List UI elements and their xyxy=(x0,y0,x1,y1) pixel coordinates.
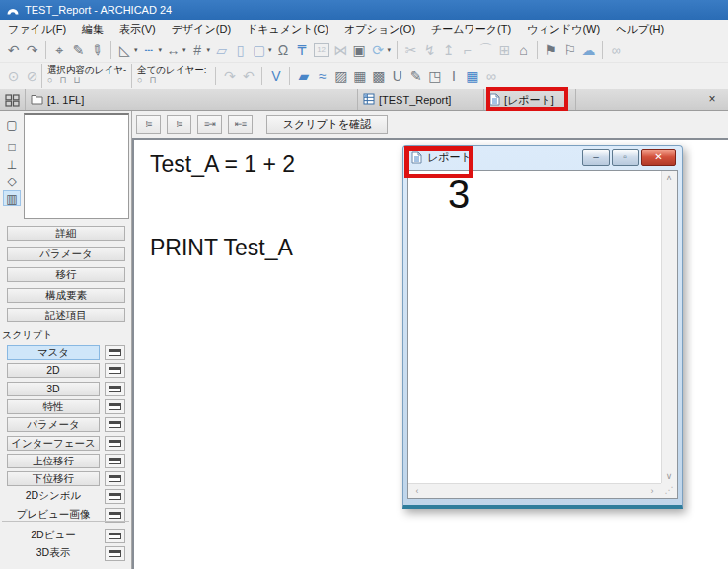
window-icon-button[interactable] xyxy=(105,399,125,414)
group-icon[interactable]: ∞ xyxy=(607,39,625,61)
script-row-8[interactable]: 2Dシンボル xyxy=(7,489,100,504)
sidebar-button-1[interactable]: パラメータ xyxy=(7,247,125,261)
layer-show-icon[interactable]: ○ xyxy=(47,75,52,86)
dropdown-arrow-icon[interactable]: ▾ xyxy=(134,46,138,54)
symbol-view-icon[interactable]: ▢ xyxy=(3,117,21,133)
section-view-icon[interactable]: ⊥ xyxy=(3,157,21,173)
beam-icon[interactable]: I xyxy=(444,65,463,87)
home-icon[interactable]: ⌂ xyxy=(514,39,533,61)
preview-pane[interactable] xyxy=(24,113,129,219)
menu-item-4[interactable]: ドキュメント(C) xyxy=(239,20,336,38)
window-icon-button[interactable] xyxy=(105,529,125,543)
dropdown-arrow-icon[interactable]: ▾ xyxy=(182,46,186,54)
brush-icon[interactable]: ✎ xyxy=(406,65,425,87)
cloud-save-icon[interactable]: ☁ xyxy=(579,39,598,61)
unique-parameters-button[interactable]: !≡ xyxy=(136,115,161,134)
tab-floor-plan[interactable]: [1. 1FL] xyxy=(26,89,358,110)
grid-snap-icon[interactable]: # xyxy=(188,39,207,61)
menu-item-5[interactable]: オプション(O) xyxy=(336,20,423,38)
tab-report[interactable]: [レポート] xyxy=(484,89,576,110)
undo-icon[interactable]: ↶ xyxy=(4,39,23,61)
window-icon-button[interactable] xyxy=(105,345,125,360)
stretch-marquee-icon[interactable]: ▣ xyxy=(350,39,369,61)
dropdown-arrow-icon[interactable]: ▾ xyxy=(207,46,211,54)
sidebar-button-2[interactable]: 移行 xyxy=(7,267,125,282)
sidebar-button-0[interactable]: 詳細 xyxy=(7,226,125,241)
sidebar-button-3[interactable]: 構成要素 xyxy=(7,288,125,303)
undo-small-icon[interactable]: ↶ xyxy=(239,65,257,87)
fillet-icon[interactable]: ⌒ xyxy=(476,39,495,61)
script-row-11[interactable]: 3D表示 xyxy=(7,546,100,561)
window-icon-button[interactable] xyxy=(105,363,125,378)
menu-item-6[interactable]: チームワーク(T) xyxy=(423,20,519,38)
minimize-button[interactable]: – xyxy=(582,149,610,166)
all-parameters-button[interactable]: !≡ xyxy=(167,115,191,134)
layer-lock-icon[interactable]: ⊓ xyxy=(59,75,66,86)
schedule-12-icon[interactable]: 12 xyxy=(314,43,329,57)
tab-overview-grid-icon[interactable] xyxy=(0,89,26,110)
hatch-icon[interactable]: ▨ xyxy=(331,65,350,87)
indent-right-button[interactable]: ≡⇥ xyxy=(197,115,222,134)
pick-up-parameters-icon[interactable]: ⌖ xyxy=(50,39,69,61)
wall-tool-icon[interactable]: ▰ xyxy=(294,65,313,87)
layer-settings-icon[interactable]: V xyxy=(266,65,285,87)
hatch-dense-icon[interactable]: ▩ xyxy=(369,65,388,87)
sidebar-button-4[interactable]: 記述項目 xyxy=(7,308,125,322)
tab-test-report[interactable]: [TEST_Report] xyxy=(358,89,484,110)
rotate-icon[interactable]: ⟳ xyxy=(369,39,388,61)
crane-icon[interactable]: ₸ xyxy=(293,39,312,61)
layer-show-icon[interactable]: ○ xyxy=(137,75,142,86)
redo-icon[interactable]: ↷ xyxy=(23,39,41,61)
menu-item-3[interactable]: デザイン(D) xyxy=(164,20,239,38)
script-row-6[interactable]: 上位移行 xyxy=(7,454,100,468)
brick-icon[interactable]: ▦ xyxy=(350,65,369,87)
suspend-groups-icon[interactable]: Ω xyxy=(274,39,293,61)
tabbar-close-icon[interactable]: × xyxy=(704,92,720,106)
chain-icon[interactable]: ∞ xyxy=(481,65,500,87)
indent-left-button[interactable]: ⇤≡ xyxy=(228,115,253,134)
flag-icon[interactable]: ⚑ xyxy=(542,39,560,61)
marquee-icon[interactable]: ▢ xyxy=(250,39,268,61)
table-icon[interactable]: ▦ xyxy=(463,65,481,87)
adjust-icon[interactable]: ↯ xyxy=(420,39,439,61)
script-row-5[interactable]: インターフェース xyxy=(7,436,100,451)
script-row-4[interactable]: パラメータ xyxy=(7,417,100,432)
skew-vertical-icon[interactable]: ▯ xyxy=(231,39,250,61)
vertical-scrollbar[interactable]: ∧ ∨ xyxy=(661,171,677,483)
window-icon-button[interactable] xyxy=(105,454,125,468)
stretch-icon[interactable]: ⋈ xyxy=(331,39,350,61)
report-window-titlebar[interactable]: レポート xyxy=(411,150,472,165)
script-row-10[interactable]: 2Dビュー xyxy=(7,529,100,543)
plan-view-icon[interactable]: □ xyxy=(3,139,21,155)
script-row-0[interactable]: マスタ xyxy=(7,345,100,360)
check-script-button[interactable]: スクリプトを確認 xyxy=(266,115,388,134)
window-icon-button[interactable] xyxy=(105,471,125,486)
lock-unlock-icon[interactable]: ⊘ xyxy=(23,65,41,87)
scroll-left-icon[interactable]: ‹ xyxy=(410,486,424,496)
favorite-lines-icon[interactable]: ┄ xyxy=(140,39,159,61)
script-row-2[interactable]: 3D xyxy=(7,382,100,396)
dropdown-arrow-icon[interactable]: ▾ xyxy=(268,46,272,54)
roof-tool-icon[interactable]: ≈ xyxy=(313,65,331,87)
model-3d-view-icon[interactable]: ◇ xyxy=(3,174,21,189)
split-icon[interactable]: ✂ xyxy=(401,39,420,61)
menu-item-2[interactable]: 表示(V) xyxy=(111,20,164,38)
window-icon-button[interactable] xyxy=(105,489,125,504)
menu-item-0[interactable]: ファイル(F) xyxy=(0,20,74,38)
window-icon-button[interactable] xyxy=(105,382,125,396)
menu-item-1[interactable]: 編集 xyxy=(74,20,111,38)
script-row-7[interactable]: 下位移行 xyxy=(7,471,100,486)
window-icon-button[interactable] xyxy=(105,436,125,451)
flag-list-icon[interactable]: ⚐ xyxy=(560,39,579,61)
script-row-1[interactable]: 2D xyxy=(7,363,100,378)
menu-item-7[interactable]: ウィンドウ(W) xyxy=(519,20,608,38)
layer-unlock-icon[interactable]: ⊔ xyxy=(73,75,80,86)
pipe-icon[interactable]: U xyxy=(388,65,406,87)
redo-small-icon[interactable]: ↷ xyxy=(220,65,239,87)
elevate-icon[interactable]: ↥ xyxy=(439,39,458,61)
report-output-area[interactable]: 3 xyxy=(408,171,661,483)
resize-icon[interactable]: ⊞ xyxy=(495,39,514,61)
close-button[interactable]: ✕ xyxy=(641,149,676,166)
menu-item-8[interactable]: ヘルプ(H) xyxy=(608,20,672,38)
resize-grip[interactable]: ⋰ xyxy=(661,483,677,498)
